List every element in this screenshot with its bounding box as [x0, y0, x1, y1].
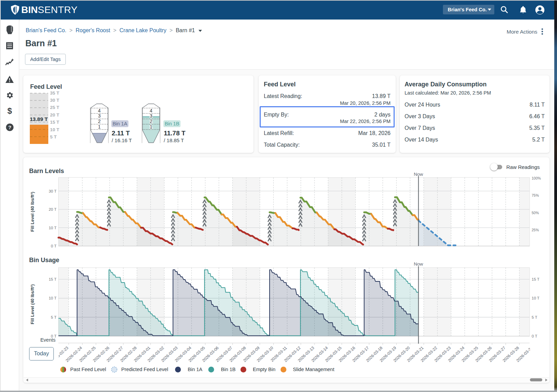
svg-text:3: 3 [150, 113, 152, 119]
svg-text:10 T: 10 T [49, 296, 57, 300]
svg-text:5 T: 5 T [532, 315, 537, 319]
svg-text:50%: 50% [532, 211, 539, 215]
svg-text:20 T: 20 T [50, 112, 60, 118]
svg-text:Now: Now [414, 172, 423, 177]
svg-text:15 T: 15 T [532, 277, 540, 281]
svg-text:1: 1 [150, 124, 152, 130]
svg-text:20 T: 20 T [49, 207, 57, 211]
svg-text:4: 4 [150, 108, 152, 113]
svg-text:2: 2 [150, 119, 152, 124]
svg-text:2: 2 [98, 119, 101, 124]
svg-text:30 T: 30 T [50, 98, 60, 103]
svg-text:10 T: 10 T [532, 296, 540, 300]
svg-text:Now: Now [414, 261, 423, 267]
svg-text:0 T: 0 T [51, 244, 57, 248]
svg-text:1: 1 [98, 124, 101, 130]
svg-text:15 T: 15 T [50, 120, 60, 125]
svg-text:10 T: 10 T [49, 226, 57, 230]
svg-text:15 T: 15 T [49, 277, 57, 281]
svg-text:4: 4 [98, 108, 101, 113]
svg-text:10 T: 10 T [50, 127, 60, 132]
svg-text:13.89 T: 13.89 T [30, 116, 48, 122]
svg-text:35 T: 35 T [50, 90, 60, 96]
svg-text:25 T: 25 T [50, 105, 60, 110]
svg-text:Fill Level (40 lbs/ft³): Fill Level (40 lbs/ft³) [30, 284, 35, 324]
svg-text:0 T: 0 T [532, 334, 537, 338]
svg-text:Events: Events [40, 337, 55, 343]
svg-text:30 T: 30 T [49, 189, 57, 193]
svg-text:Fill Level (40 lbs/ft³): Fill Level (40 lbs/ft³) [30, 192, 35, 232]
svg-text:25%: 25% [532, 228, 539, 232]
svg-text:3: 3 [98, 113, 101, 119]
svg-text:100%: 100% [532, 176, 541, 180]
svg-text:75%: 75% [532, 193, 539, 197]
svg-text:5 T: 5 T [50, 134, 57, 139]
svg-text:5 T: 5 T [51, 315, 57, 319]
